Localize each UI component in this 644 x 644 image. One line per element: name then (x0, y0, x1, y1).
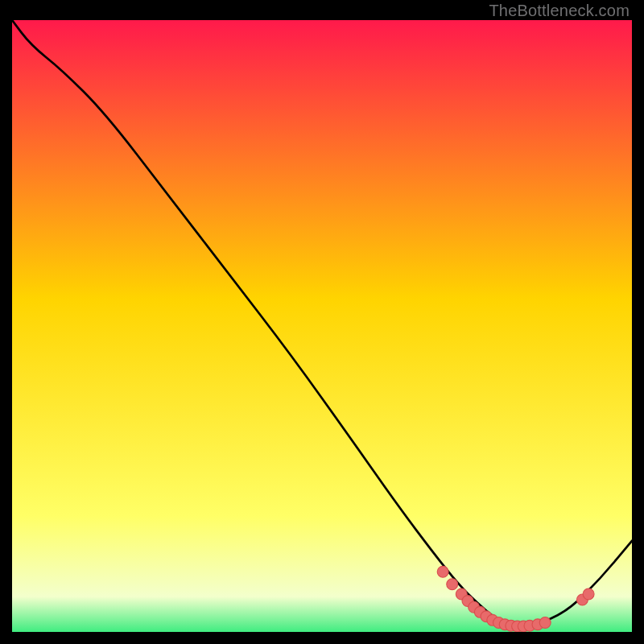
data-dot (437, 566, 448, 577)
data-dot (539, 617, 551, 629)
attribution-label: TheBottleneck.com (489, 2, 630, 20)
curve-layer (12, 20, 632, 632)
data-dot (447, 579, 458, 590)
data-dot (583, 588, 594, 600)
bottleneck-curve (12, 20, 632, 627)
plot-area (12, 20, 632, 632)
data-dots (437, 566, 594, 632)
chart-container: TheBottleneck.com (0, 0, 644, 644)
